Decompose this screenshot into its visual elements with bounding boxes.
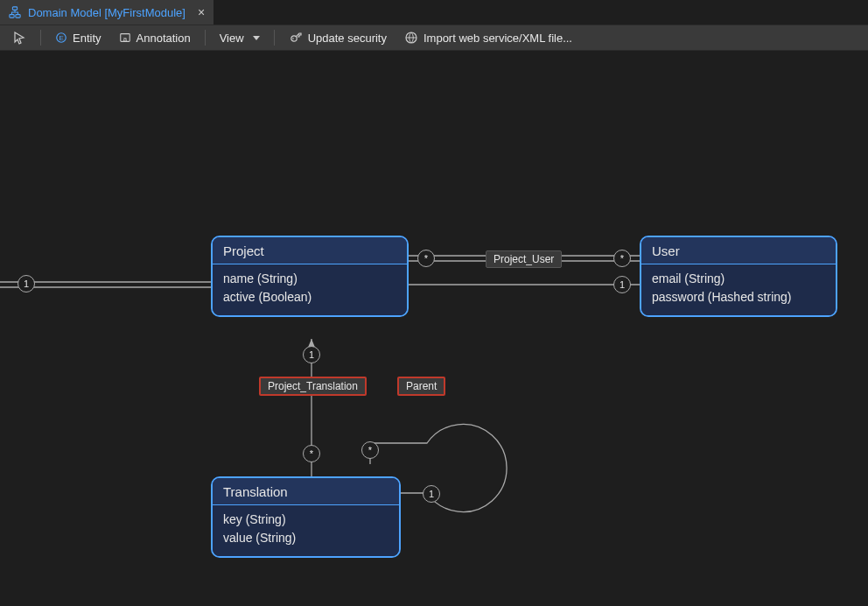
document-tab[interactable]: Domain Model [MyFirstModule] ×	[0, 0, 214, 25]
toolbar: E Entity a Annotation View Update securi…	[0, 25, 868, 51]
import-button[interactable]: Import web service/XML file...	[397, 28, 579, 47]
svg-rect-1	[10, 15, 14, 18]
entity-attribute: password (Hashed string)	[652, 288, 825, 307]
svg-text:E: E	[59, 34, 63, 42]
association-label-project-user[interactable]: Project_User	[486, 250, 562, 268]
import-label: Import web service/XML file...	[424, 32, 572, 45]
multiplicity-marker: *	[417, 250, 435, 267]
pointer-tool[interactable]	[5, 28, 33, 47]
entity-title: Translation	[213, 478, 399, 505]
update-security-label: Update security	[308, 32, 387, 45]
entity-translation[interactable]: Translation key (String) value (String)	[211, 476, 401, 558]
multiplicity-marker: 1	[18, 275, 35, 292]
entity-title: User	[641, 237, 836, 264]
tab-title: Domain Model [MyFirstModule]	[28, 6, 186, 19]
security-icon	[289, 31, 303, 45]
entity-attribute: active (Boolean)	[223, 288, 396, 307]
chevron-down-icon	[253, 36, 260, 40]
domain-model-icon	[9, 6, 21, 18]
globe-icon	[404, 31, 418, 45]
association-label-parent[interactable]: Parent	[397, 377, 445, 396]
entity-attribute: value (String)	[223, 529, 388, 547]
update-security-button[interactable]: Update security	[282, 28, 394, 47]
view-menu[interactable]: View	[213, 29, 267, 47]
toolbar-separator	[205, 30, 206, 46]
svg-point-8	[292, 38, 294, 39]
svg-rect-0	[12, 7, 17, 11]
multiplicity-marker: *	[303, 445, 320, 462]
entity-attribute: key (String)	[223, 511, 388, 529]
svg-rect-2	[16, 15, 20, 18]
diagram-canvas[interactable]: 1 * * 1 1 * * 1 Project_User Project_Tra…	[0, 51, 868, 606]
toolbar-separator	[40, 30, 41, 46]
annotation-tool[interactable]: a Annotation	[112, 29, 198, 47]
svg-text:a: a	[122, 35, 127, 43]
multiplicity-marker: *	[613, 250, 631, 267]
entity-title: Project	[213, 237, 407, 264]
entity-icon: E	[55, 32, 67, 44]
multiplicity-marker: *	[361, 441, 379, 459]
view-menu-label: View	[220, 32, 244, 45]
entity-project[interactable]: Project name (String) active (Boolean)	[211, 236, 409, 317]
entity-attribute: email (String)	[652, 270, 825, 288]
multiplicity-marker: 1	[613, 276, 631, 293]
multiplicity-marker: 1	[303, 346, 320, 363]
toolbar-separator	[274, 30, 275, 46]
pointer-icon	[12, 31, 26, 45]
annotation-tool-label: Annotation	[136, 32, 191, 45]
association-label-project-translation[interactable]: Project_Translation	[259, 377, 367, 396]
entity-attribute: name (String)	[223, 270, 396, 288]
entity-tool-label: Entity	[73, 32, 102, 45]
entity-tool[interactable]: E Entity	[48, 29, 108, 47]
entity-user[interactable]: User email (String) password (Hashed str…	[640, 236, 837, 317]
multiplicity-marker: 1	[423, 485, 440, 503]
close-icon[interactable]: ×	[198, 5, 205, 19]
annotation-icon: a	[119, 32, 131, 44]
